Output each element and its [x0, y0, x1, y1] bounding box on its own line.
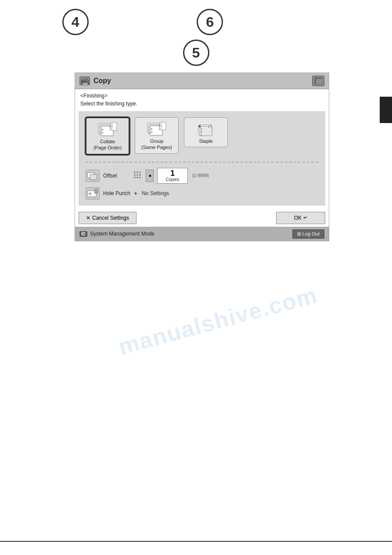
- dots-icon: [133, 170, 142, 181]
- hole-punch-setting: No Settings: [142, 190, 169, 196]
- group-option-button[interactable]: B B A A A A A A C Group (Same Pages): [135, 117, 179, 154]
- svg-point-48: [134, 174, 136, 176]
- finishing-options-row: B B A A B C A A C Collate (Page Order): [86, 117, 318, 155]
- copies-range: (1-9999): [192, 173, 209, 178]
- step-6-circle: 6: [197, 9, 223, 35]
- svg-rect-2: [83, 83, 88, 85]
- title-button[interactable]: [312, 76, 324, 86]
- svg-point-51: [134, 177, 136, 178]
- svg-text:A: A: [208, 126, 209, 128]
- instruction-text: <Finishing> Select the finishing type.: [75, 89, 329, 109]
- step-5-circle: 5: [183, 40, 209, 66]
- svg-text:C: C: [161, 127, 162, 130]
- staple-option-button[interactable]: A B C A B C Staple: [184, 117, 228, 147]
- step-4-circle: 4: [62, 9, 89, 35]
- svg-point-49: [137, 174, 138, 176]
- window-title: Copy: [94, 77, 111, 85]
- collate-label: Collate (Page Order): [94, 138, 122, 151]
- system-management-bar: ID System Management Mode ⊞ Log Out: [75, 227, 329, 241]
- svg-point-52: [137, 177, 138, 178]
- offset-row: Offset ◄: [86, 168, 318, 184]
- svg-rect-56: [94, 189, 98, 193]
- svg-rect-3: [87, 81, 89, 82]
- copy-dialog-window: Copy <Finishing> Select the finishing ty…: [75, 73, 329, 227]
- hole-punch-row: Hole Punch ► No Settings: [86, 187, 318, 200]
- cancel-settings-button[interactable]: ✕ Cancel Settings: [79, 212, 137, 224]
- title-bar: Copy: [75, 73, 329, 89]
- right-sidebar-bar: [380, 97, 392, 123]
- hole-punch-icon: [86, 187, 100, 200]
- group-icon: B B A A A A A A C: [146, 121, 168, 138]
- svg-point-50: [139, 174, 141, 176]
- sys-bar-left: ID System Management Mode: [79, 231, 155, 237]
- group-label: Group (Same Pages): [141, 138, 172, 151]
- copies-display: 1 Copies: [157, 168, 188, 184]
- footer-buttons: ✕ Cancel Settings OK ↵: [75, 209, 329, 227]
- system-mode-label: System Management Mode: [90, 231, 155, 237]
- svg-point-55: [89, 192, 91, 195]
- cube-icon: [315, 78, 321, 84]
- offset-icon: [86, 170, 100, 182]
- hole-punch-label: Hole Punch: [103, 190, 130, 196]
- svg-text:C: C: [211, 127, 212, 129]
- ok-arrow-icon: ↵: [303, 215, 307, 221]
- svg-text:C: C: [201, 134, 202, 136]
- collate-icon: B B A A B C A A C: [97, 122, 119, 138]
- content-area: B B A A B C A A C Collate (Page Order): [79, 111, 325, 206]
- ok-button[interactable]: OK ↵: [276, 212, 325, 224]
- id-badge: ID: [79, 231, 87, 237]
- svg-point-47: [139, 171, 141, 173]
- copies-label: Copies: [165, 177, 179, 182]
- divider: [86, 162, 318, 163]
- svg-point-53: [139, 177, 141, 178]
- offset-label: Offset: [103, 173, 127, 179]
- svg-rect-44: [90, 174, 97, 180]
- staple-icon: A B C A B C: [195, 121, 217, 138]
- svg-point-46: [137, 171, 138, 173]
- collate-option-button[interactable]: B B A A B C A A C Collate (Page Order): [86, 117, 129, 155]
- hole-punch-arrow: ►: [134, 191, 138, 196]
- left-arrow-button[interactable]: ◄: [146, 170, 154, 182]
- copies-value: 1: [170, 169, 175, 177]
- svg-text:C: C: [111, 128, 113, 130]
- bottom-divider-line: [0, 541, 392, 542]
- svg-rect-1: [83, 78, 88, 81]
- staple-label: Staple: [199, 138, 212, 144]
- bottom-controls: Offset ◄: [86, 168, 318, 200]
- watermark: manualshive.com: [47, 263, 390, 378]
- svg-point-45: [134, 171, 136, 173]
- logout-button[interactable]: ⊞ Log Out: [292, 229, 324, 239]
- copy-icon: [79, 76, 90, 85]
- title-bar-left: Copy: [79, 76, 111, 85]
